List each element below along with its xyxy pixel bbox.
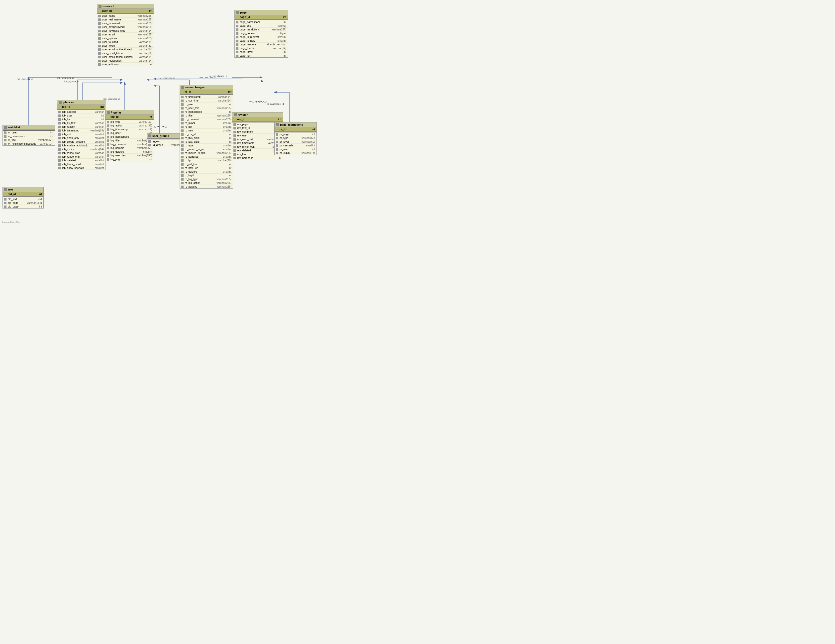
field-page_namespace: page_namespaceint [235,20,288,24]
field-icon [236,32,239,35]
field-icon [181,126,184,128]
field-icon [58,126,61,128]
field-icon [107,143,109,146]
field-user_newpassword: user_newpasswordvarchar(255) [97,25,154,29]
field-rc_cur_id: rc_cur_idint [180,132,233,136]
svg-text:rc_user:user_id: rc_user:user_id [159,77,175,79]
field-ipb_by: ipb_byint [57,117,105,121]
svg-text:ipb_by:user_id: ipb_by:user_id [64,80,79,83]
field-icon [181,167,184,169]
field-rc_timestamp: rc_timestampvarchar(14) [180,95,233,99]
field-user_email_token_expires: user_email_token_expiresvarchar(14) [97,55,154,59]
field-icon [4,139,6,141]
table-title: ipblocks [63,101,74,104]
field-icon [58,163,61,166]
field-icon [236,25,239,27]
field-icon [4,202,6,204]
pk-type: int [149,9,153,12]
field-rc_patrolled: rc_patrolledsmallint [180,155,233,159]
field-icon [98,18,101,21]
field-icon [181,163,184,166]
field-ipb_enable_autoblock: ipb_enable_autoblocksmallint [57,144,105,147]
field-log_user_text: log_user_textvarchar(255) [106,154,154,158]
field-icon [181,159,184,162]
field-ipb_range_end: ipb_range_endvarchar [57,155,105,159]
table-title: user_groups [153,135,169,137]
field-user_email_authenticated: user_email_authenticatedvarchar(14) [97,48,154,51]
svg-text:log_user:user_id: log_user:user_id [104,98,120,100]
field-page_touched: page_touchedvarchar(14) [235,46,288,50]
table-text: text old_id int old_texttext old_flagsva… [3,187,44,208]
field-icon [4,198,6,200]
field-icon [98,56,101,59]
field-icon [181,114,184,117]
field-pr_level: pr_levelvarchar(60) [275,140,317,144]
table-title: logging [111,111,121,114]
field-ipb_anon_only: ipb_anon_onlysmallint [57,136,105,140]
field-user_email_token: user_email_tokenvarchar(32) [97,51,154,55]
field-rc_logid: rc_logidint [180,174,233,177]
field-rc_this_oldid: rc_this_oldidint [180,136,233,140]
field-icon [98,37,101,40]
pk-name: pr_id [279,128,286,131]
svg-text:ug_user:user_id: ug_user:user_id [152,125,168,128]
field-rc_bot: rc_botsmallint [180,125,233,129]
field-log_action: log_actionvarchar(32) [106,124,154,127]
field-icon [98,60,101,62]
field-icon [181,141,184,143]
field-icon [98,52,101,55]
field-icon [181,148,184,151]
field-pr_user: pr_userint [275,147,317,151]
field-icon [181,178,184,181]
field-icon [58,148,61,151]
pk-type: int [101,105,104,108]
field-icon [181,99,184,102]
field-icon [98,63,101,66]
table-title: page [240,11,247,14]
field-user_real_name: user_real_namevarchar(255) [97,18,154,21]
field-icon [181,96,184,98]
field-icon [4,135,6,138]
pk-row-useracct: user_id int [97,9,154,13]
field-rc_title: rc_titlevarchar(255) [180,114,233,117]
field-icon [234,146,236,148]
field-icon [236,36,239,38]
field-icon [58,114,61,117]
pk-row-page_restrictions: pr_id int [275,127,317,132]
field-icon [181,137,184,140]
field-page_restrictions: page_restrictionsvarchar(255) [235,28,288,31]
field-ipb_expiry: ipb_expiryvarchar(14) [57,147,105,151]
field-icon [107,158,109,161]
field-pr_cascade: pr_cascadesmallint [275,144,317,147]
field-ipb_address: ipb_addressvarchar [57,110,105,114]
table-page: page page_id int page_namespaceint page_… [234,10,288,58]
pk-type: int [39,193,42,195]
field-wl_title: wl_titlevarchar(255) [3,138,55,142]
field-icon [4,205,6,208]
pk-name: page_id [240,15,250,18]
table-title: text [8,188,13,191]
field-old_flags: old_flagsvarchar(255) [3,201,44,205]
field-user_touched: user_touchedvarchar(14) [97,40,154,44]
field-rc_cur_time: rc_cur_timevarchar(14) [180,99,233,102]
svg-text:ipb_user:user_id: ipb_user:user_id [57,77,74,79]
field-icon [234,142,236,145]
svg-text:rev_user:user_id: rev_user:user_id [200,76,216,79]
field-icon [107,136,109,138]
field-page_len: page_lenint [235,54,288,57]
field-icon [98,49,101,51]
field-user_email: user_emailvarchar(255) [97,33,154,36]
pk-name: user_id [102,9,112,12]
field-rc_log_type: rc_log_typevarchar(255) [180,177,233,181]
pk-row-recentchanges: rc_id int [180,90,233,94]
field-icon [107,154,109,157]
field-icon [107,140,109,142]
pk-name: log_id [110,115,119,118]
field-icon [234,153,236,156]
field-wl_notificationtimestamp: wl_notificationtimestampvarchar(14) [3,142,55,145]
table-page_restrictions: page_restrictions pr_id int pr_pageint p… [275,122,317,155]
field-ipb_reason: ipb_reasonvarchar [57,125,105,129]
field-icon [58,167,61,169]
field-log_timestamp: log_timestampvarchar(14) [106,127,154,131]
field-ipb_auto: ipb_autosmallint [57,132,105,136]
